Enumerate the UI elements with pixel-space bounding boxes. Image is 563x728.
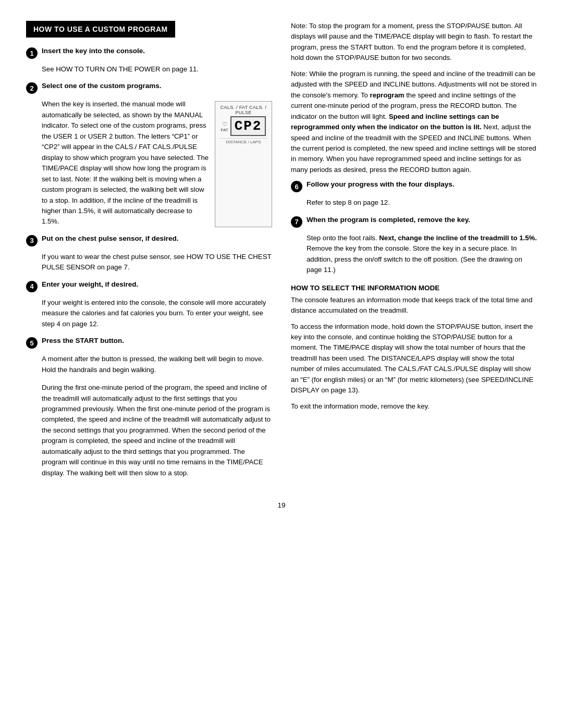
two-column-layout: HOW TO USE A CUSTOM PROGRAM 1 Insert the… [26,21,537,486]
page-container: HOW TO USE A CUSTOM PROGRAM 1 Insert the… [26,21,537,509]
section-header: HOW TO USE A CUSTOM PROGRAM [26,21,175,38]
step-7-title: When the program is completed, remove th… [307,216,470,224]
step-4-heading: 4 Enter your weight, if desired. [26,280,272,292]
step-5-heading: 5 Press the START button. [26,337,272,349]
right-note-1: Note: To stop the program for a moment, … [291,21,537,64]
step-3-title: Put on the chest pulse sensor, if desire… [42,235,179,242]
step-1-heading: 1 Insert the key into the console. [26,47,272,59]
cp2-display: CP2 [230,116,266,136]
info-para-1: The console features an information mode… [291,295,537,316]
step-6-body: Refer to step 8 on page 12. [307,198,537,208]
step-2-heading: 2 Select one of the custom programs. [26,82,272,94]
step-6-number: 6 [291,181,302,192]
step-2-body-text: When the key is inserted, the manual mod… [42,99,210,227]
right-note-2: Note: While the program is running, the … [291,69,537,176]
info-para-3: To exit the information mode, remove the… [291,401,537,412]
step-4-body: If your weight is entered into the conso… [42,298,272,329]
left-column: HOW TO USE A CUSTOM PROGRAM 1 Insert the… [26,21,272,486]
step-7-number: 7 [291,216,302,228]
cals-label: CALS. / FAT CALS. / PULSE [219,105,267,115]
step-3-body: If you want to wear the chest pulse sens… [42,252,272,273]
step-7-body: Step onto the foot rails. Next, change t… [307,233,537,276]
step-1-number: 1 [26,47,38,59]
fat-heart-icon: ♡ FAT [221,121,228,132]
step-7-heading: 7 When the program is completed, remove … [291,216,537,228]
step-2-body-with-image: When the key is inserted, the manual mod… [42,99,272,227]
step-3-heading: 3 Put on the chest pulse sensor, if desi… [26,235,272,246]
step-6-heading: 6 Follow your progress with the four dis… [291,180,537,192]
info-para-2: To access the information mode, hold dow… [291,322,537,396]
step-1-body: See HOW TO TURN ON THE POWER on page 11. [42,64,272,75]
step-4-title: Enter your weight, if desired. [42,280,138,288]
step-5-body1: A moment after the button is pressed, th… [42,354,272,375]
step-2-number: 2 [26,82,38,94]
console-display-image: CALS. / FAT CALS. / PULSE ♡ FAT CP2 DIST… [215,101,272,227]
step-2-title: Select one of the custom programs. [42,82,162,90]
step-6-title: Follow your progress with the four displ… [307,180,455,188]
step-3-number: 3 [26,235,38,246]
step-5-number: 5 [26,337,38,349]
step-4-number: 4 [26,281,38,292]
step-5-body2: During the first one-minute period of th… [42,382,272,478]
page-number: 19 [26,501,537,509]
right-column: Note: To stop the program for a moment, … [291,21,537,486]
info-mode-header: HOW TO SELECT THE INFORMATION MODE [291,284,537,292]
step-5-title: Press the START button. [42,337,124,344]
distance-label: DISTANCE / LAPS [219,138,267,144]
step-1-title: Insert the key into the console. [42,47,145,55]
